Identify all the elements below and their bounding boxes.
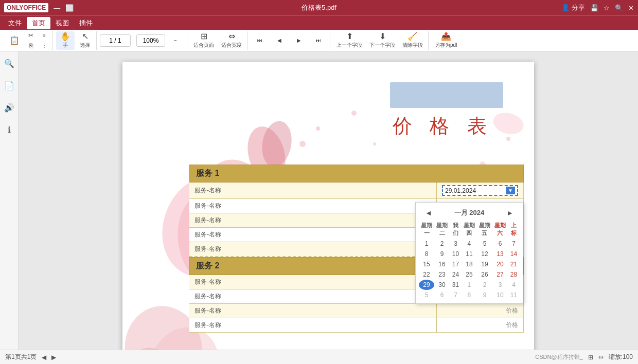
calendar-prev-button[interactable]: ◄: [422, 208, 435, 218]
calendar-week: 5 6 7 8 9 10 11: [419, 290, 520, 300]
share-button[interactable]: 👤 分享: [561, 3, 585, 12]
date-dropdown-button[interactable]: ▼: [506, 187, 515, 194]
format-btn2[interactable]: ⋮: [38, 41, 50, 50]
sidebar-search-button[interactable]: 🔍: [2, 57, 16, 70]
prev-segment-button[interactable]: ⬆ 上一个字段: [333, 31, 365, 50]
calendar-day-other[interactable]: 7: [450, 290, 462, 300]
calendar-day[interactable]: 8: [419, 249, 434, 259]
paste-icon: 📋: [9, 37, 20, 45]
zoom-out-button[interactable]: −: [166, 31, 185, 50]
menu-file[interactable]: 文件: [3, 17, 27, 29]
save-icon[interactable]: 💾: [590, 4, 598, 12]
window-close[interactable]: ✕: [628, 4, 634, 12]
calendar-day[interactable]: 26: [477, 269, 492, 280]
calendar-day[interactable]: 24: [450, 269, 462, 280]
calendar-day[interactable]: 16: [434, 259, 450, 269]
calendar-day[interactable]: 30: [434, 280, 450, 290]
calendar-day[interactable]: 6: [492, 239, 508, 249]
title-bar-right: 👤 分享 💾 ☆ 🔍 ✕: [561, 3, 634, 12]
fit-width-button[interactable]: ⇔ 适合宽度: [218, 31, 245, 50]
calendar-day[interactable]: 4: [462, 239, 477, 249]
next-segment-button[interactable]: ⬇ 下一个字段: [366, 31, 398, 50]
first-page-button[interactable]: ⏮: [251, 31, 269, 50]
zoom-input[interactable]: [136, 34, 165, 47]
calendar-day-other[interactable]: 3: [492, 280, 508, 290]
format-btn1[interactable]: ≡: [38, 31, 50, 40]
calendar-day[interactable]: 1: [419, 239, 434, 249]
prev-page-button[interactable]: ◀: [270, 31, 289, 50]
cut-button[interactable]: ✂: [25, 31, 37, 40]
calendar-day[interactable]: 28: [508, 269, 520, 280]
search-icon[interactable]: 🔍: [615, 4, 623, 12]
calendar-day[interactable]: 21: [508, 259, 520, 269]
sidebar-info-button[interactable]: ℹ: [6, 123, 13, 137]
calendar-day[interactable]: 15: [419, 259, 434, 269]
copy-button[interactable]: ⎘: [25, 41, 37, 50]
calendar-grid: 星期一 星期二 我们 星期四 星期五 星期六 上标: [419, 220, 520, 300]
price-cell[interactable]: 价格: [436, 318, 524, 332]
calendar-day[interactable]: 14: [508, 249, 520, 259]
window-minimize[interactable]: —: [54, 4, 60, 12]
calendar-day-other[interactable]: 2: [477, 280, 492, 290]
toolbar: 📋 ✂ ⎘ ≡ ⋮ ✋ 手 ↖ 选择: [0, 30, 638, 51]
select-tool-button[interactable]: ↖ 选择: [76, 31, 94, 50]
calendar-day[interactable]: 12: [477, 249, 492, 259]
fit-page-button[interactable]: ⊞ 适合页面: [190, 31, 217, 50]
fit-width-status-button[interactable]: ⇔: [598, 354, 604, 361]
calendar-day[interactable]: 5: [477, 239, 492, 249]
date-cell[interactable]: 29.01.2024 ▼ ◄ 一月 2024 ►: [436, 183, 524, 198]
calendar-day-today[interactable]: 29: [419, 280, 434, 290]
service-name-cell: 服务-名称: [189, 289, 436, 303]
paste-button[interactable]: 📋: [5, 31, 24, 50]
calendar-day-other[interactable]: 8: [462, 290, 477, 300]
window-restore[interactable]: ⬜: [65, 4, 74, 12]
calendar-next-button[interactable]: ►: [503, 208, 517, 218]
menu-view[interactable]: 视图: [50, 17, 74, 29]
star-icon[interactable]: ☆: [604, 4, 610, 12]
calendar-day-other[interactable]: 6: [434, 290, 450, 300]
sidebar-pages-button[interactable]: 📄: [2, 79, 16, 93]
calendar-day[interactable]: 9: [434, 249, 450, 259]
clear-segment-button[interactable]: 🧹 清除字段: [399, 31, 426, 50]
prev-page-status-button[interactable]: ◀: [42, 354, 46, 361]
calendar-day[interactable]: 23: [434, 269, 450, 280]
calendar-day[interactable]: 7: [508, 239, 520, 249]
calendar-day[interactable]: 3: [450, 239, 462, 249]
hand-tool-button[interactable]: ✋ 手: [56, 31, 75, 50]
table-row: 服务-名称 价格: [189, 318, 524, 333]
calendar-day[interactable]: 25: [462, 269, 477, 280]
menu-plugins[interactable]: 插件: [74, 17, 98, 29]
calendar-day[interactable]: 18: [462, 259, 477, 269]
next-segment-icon: ⬇: [379, 32, 386, 41]
calendar-day[interactable]: 17: [450, 259, 462, 269]
calendar-day-other[interactable]: 4: [508, 280, 520, 290]
calendar-day[interactable]: 31: [450, 280, 462, 290]
calendar-day[interactable]: 2: [434, 239, 450, 249]
sidebar-audio-button[interactable]: 🔊: [2, 101, 16, 115]
save-as-pdf-button[interactable]: 📤 另存为pdf: [432, 31, 460, 50]
calendar-day-other[interactable]: 5: [419, 290, 434, 300]
date-input-wrapper[interactable]: 29.01.2024 ▼: [442, 185, 518, 196]
calendar-day[interactable]: 13: [492, 249, 508, 259]
save-as-pdf-label: 另存为pdf: [435, 42, 457, 49]
calendar-day-other[interactable]: 9: [477, 290, 492, 300]
calendar-day[interactable]: 11: [462, 249, 477, 259]
svg-point-13: [316, 126, 320, 131]
calendar-day[interactable]: 10: [450, 249, 462, 259]
calendar-day[interactable]: 27: [492, 269, 508, 280]
last-page-button[interactable]: ⏭: [309, 31, 328, 50]
menu-home[interactable]: 首页: [27, 17, 50, 29]
calendar-day-other[interactable]: 1: [462, 280, 477, 290]
calendar-day-other[interactable]: 10: [492, 290, 508, 300]
page-input[interactable]: [100, 34, 131, 47]
next-page-status-button[interactable]: ▶: [51, 354, 56, 361]
table-row: 服务-名称 29.01.2024 ▼ ◄ 一月 2024 ►: [189, 183, 524, 199]
calendar-day-other[interactable]: 11: [508, 290, 520, 300]
calendar-day[interactable]: 19: [477, 259, 492, 269]
fit-page-status-button[interactable]: ⊞: [588, 354, 593, 361]
calendar-day[interactable]: 20: [492, 259, 508, 269]
price-cell[interactable]: 价格: [436, 304, 524, 318]
title-bar-left: ONLYOFFICE — ⬜: [4, 3, 74, 12]
calendar-day[interactable]: 22: [419, 269, 434, 280]
next-page-button[interactable]: ▶: [290, 31, 308, 50]
